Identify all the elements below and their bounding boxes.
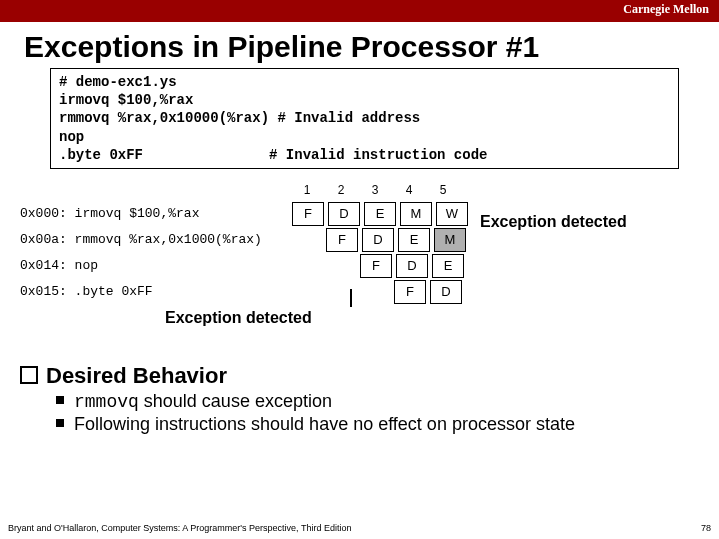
stage-cell: D [430, 280, 462, 304]
open-bullet-icon [20, 366, 38, 384]
stage-num: 5 [426, 183, 460, 197]
instr-label: 0x015: .byte 0xFF [20, 284, 290, 299]
bullet-item: Following instructions should have no ef… [56, 414, 719, 435]
page-number: 78 [701, 523, 711, 533]
square-bullet-icon [56, 419, 64, 427]
brand-label: Carnegie Mellon [623, 2, 709, 16]
stage-cell: F [292, 202, 324, 226]
square-bullet-icon [56, 396, 64, 404]
footer-citation: Bryant and O'Hallaron, Computer Systems:… [8, 523, 351, 533]
stage-cell: F [360, 254, 392, 278]
instr-label: 0x000: irmovq $100,%rax [20, 206, 290, 221]
code-word: rmmovq [74, 392, 139, 412]
stage-num: 4 [392, 183, 426, 197]
section-heading: Desired Behavior [20, 363, 719, 389]
pipeline-row: 0x014: nopFDE [20, 253, 470, 279]
stage-cell: E [364, 202, 396, 226]
stage-num: 1 [290, 183, 324, 197]
slide-title: Exceptions in Pipeline Processor #1 [24, 30, 719, 64]
exception-label-bottom: Exception detected [165, 309, 312, 327]
stage-cells: FD [290, 279, 464, 305]
stage-cell: F [326, 228, 358, 252]
code-listing: # demo-exc1.ys irmovq $100,%rax rmmovq %… [50, 68, 679, 169]
bullet-item: rmmovq should cause exception [56, 391, 719, 412]
pipeline-row: 0x015: .byte 0xFFFD [20, 279, 470, 305]
stage-headers: 1 2 3 4 5 [290, 183, 460, 197]
stage-cell: D [362, 228, 394, 252]
instr-label: 0x00a: rmmovq %rax,0x1000(%rax) [20, 232, 290, 247]
pipeline-row: 0x00a: rmmovq %rax,0x1000(%rax)FDEM [20, 227, 470, 253]
stage-cells: FDEMW [290, 201, 470, 227]
stage-cells: FDEM [290, 227, 468, 253]
stage-cells: FDE [290, 253, 466, 279]
pointer-line [350, 289, 352, 307]
stage-cell: M [434, 228, 466, 252]
stage-cell: E [432, 254, 464, 278]
stage-cell: E [398, 228, 430, 252]
stage-cell: W [436, 202, 468, 226]
brand-bar: Carnegie Mellon [0, 0, 719, 22]
exception-label-top: Exception detected [480, 213, 627, 231]
instr-label: 0x014: nop [20, 258, 290, 273]
stage-num: 2 [324, 183, 358, 197]
stage-cell: D [396, 254, 428, 278]
stage-cell: F [394, 280, 426, 304]
pipeline-row: 0x000: irmovq $100,%raxFDEMW [20, 201, 470, 227]
stage-cell: D [328, 202, 360, 226]
footer: Bryant and O'Hallaron, Computer Systems:… [8, 523, 711, 533]
pipeline-diagram: 1 2 3 4 5 0x000: irmovq $100,%raxFDEMW0x… [20, 183, 719, 353]
stage-cell: M [400, 202, 432, 226]
stage-num: 3 [358, 183, 392, 197]
